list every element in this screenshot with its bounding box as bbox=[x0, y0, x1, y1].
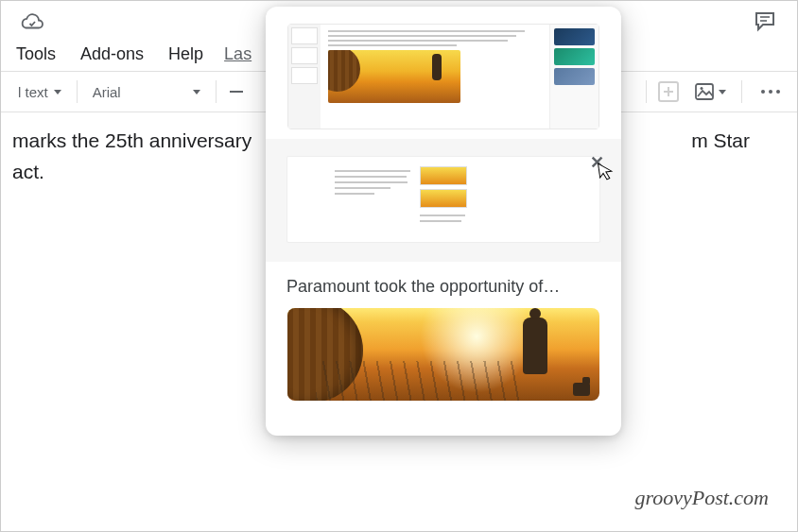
menu-help[interactable]: Help bbox=[165, 43, 207, 66]
image-icon bbox=[694, 81, 715, 102]
menu-tools[interactable]: Tools bbox=[12, 43, 60, 66]
watermark: groovyPost.com bbox=[634, 486, 769, 510]
doc-text-fragment: act. bbox=[12, 161, 44, 182]
font-dropdown[interactable]: Arial bbox=[85, 80, 208, 104]
chevron-down-icon bbox=[719, 90, 726, 94]
svg-point-3 bbox=[701, 87, 703, 90]
chevron-down-icon bbox=[193, 90, 200, 94]
menu-addons[interactable]: Add-ons bbox=[77, 43, 147, 66]
cursor-icon bbox=[597, 161, 615, 185]
comment-history-icon[interactable] bbox=[754, 10, 778, 33]
font-size-decrease[interactable] bbox=[224, 87, 249, 96]
link-preview-card: ✕ Paramount took the opportunity of… bbox=[266, 7, 621, 436]
doc-text-fragment: marks the 25th anniversary bbox=[12, 126, 252, 157]
toolbar-separator bbox=[216, 80, 217, 103]
insert-button[interactable] bbox=[658, 81, 679, 102]
preview-title: Paramount took the opportunity of… bbox=[266, 262, 621, 308]
insert-image-dropdown[interactable] bbox=[690, 79, 730, 104]
preview-hero-image[interactable] bbox=[287, 308, 599, 401]
cloud-saved-icon bbox=[20, 12, 44, 31]
paragraph-style-dropdown[interactable]: l text bbox=[10, 80, 69, 104]
paragraph-style-label: l text bbox=[18, 84, 48, 100]
last-edit-link[interactable]: Las bbox=[224, 44, 252, 64]
toolbar-separator bbox=[646, 80, 647, 103]
more-button[interactable] bbox=[754, 90, 788, 94]
doc-text-fragment: m Star bbox=[691, 126, 788, 157]
toolbar-separator bbox=[77, 80, 78, 103]
font-label: Arial bbox=[93, 84, 121, 100]
chevron-down-icon bbox=[54, 90, 61, 94]
preview-doc-thumbnail[interactable] bbox=[287, 24, 599, 129]
minus-icon bbox=[230, 91, 243, 93]
preview-history-row[interactable]: ✕ bbox=[266, 139, 621, 262]
toolbar-separator bbox=[741, 80, 742, 103]
